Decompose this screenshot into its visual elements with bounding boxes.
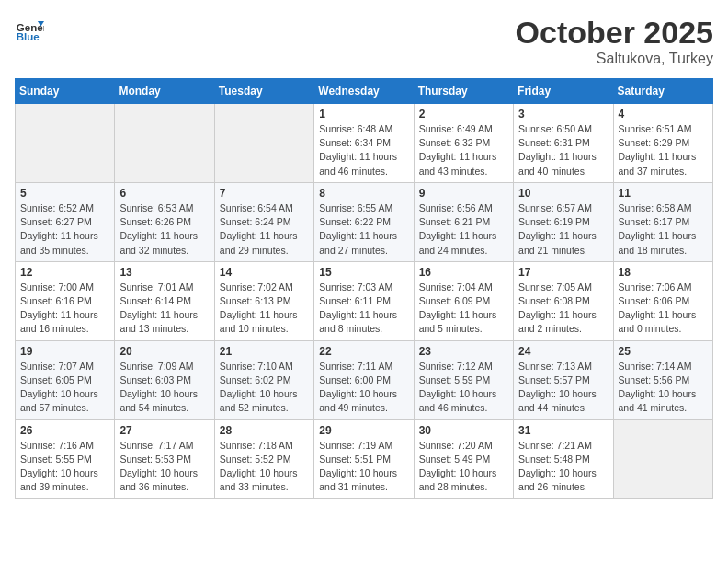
day-number: 25: [619, 345, 708, 358]
day-number: 20: [119, 345, 209, 358]
day-info: Sunrise: 7:17 AMSunset: 5:53 PMDaylight:…: [119, 439, 209, 495]
day-number: 5: [20, 187, 109, 200]
day-info: Sunrise: 6:49 AMSunset: 6:32 PMDaylight:…: [419, 122, 508, 178]
day-info: Sunrise: 7:12 AMSunset: 5:59 PMDaylight:…: [419, 360, 508, 416]
day-info: Sunrise: 7:03 AMSunset: 6:11 PMDaylight:…: [319, 281, 408, 337]
column-header-friday: Friday: [514, 79, 613, 104]
calendar-cell: 2Sunrise: 6:49 AMSunset: 6:32 PMDaylight…: [414, 104, 513, 183]
calendar-cell: 18Sunrise: 7:06 AMSunset: 6:06 PMDayligh…: [613, 261, 712, 340]
day-info: Sunrise: 7:14 AMSunset: 5:56 PMDaylight:…: [619, 360, 708, 416]
day-number: 9: [419, 187, 508, 200]
header-row: SundayMondayTuesdayWednesdayThursdayFrid…: [16, 79, 713, 104]
day-info: Sunrise: 7:07 AMSunset: 6:05 PMDaylight:…: [20, 360, 109, 416]
day-info: Sunrise: 7:13 AMSunset: 5:57 PMDaylight:…: [518, 360, 608, 416]
day-info: Sunrise: 6:50 AMSunset: 6:31 PMDaylight:…: [518, 122, 608, 178]
column-header-tuesday: Tuesday: [214, 79, 313, 104]
calendar-cell: [115, 104, 214, 183]
day-info: Sunrise: 7:05 AMSunset: 6:08 PMDaylight:…: [518, 281, 608, 337]
calendar-cell: [214, 104, 313, 183]
day-number: 13: [119, 266, 209, 279]
calendar-cell: 22Sunrise: 7:11 AMSunset: 6:00 PMDayligh…: [314, 340, 414, 419]
calendar-location: Saltukova, Turkey: [516, 51, 713, 67]
calendar-cell: 30Sunrise: 7:20 AMSunset: 5:49 PMDayligh…: [414, 419, 513, 499]
calendar-cell: 26Sunrise: 7:16 AMSunset: 5:55 PMDayligh…: [16, 419, 115, 499]
day-number: 11: [619, 187, 708, 200]
day-number: 27: [119, 424, 209, 437]
day-number: 19: [20, 345, 109, 358]
day-number: 26: [20, 424, 109, 437]
calendar-table: SundayMondayTuesdayWednesdayThursdayFrid…: [15, 78, 713, 499]
calendar-cell: 20Sunrise: 7:09 AMSunset: 6:03 PMDayligh…: [115, 340, 214, 419]
calendar-cell: [16, 104, 115, 183]
day-info: Sunrise: 7:11 AMSunset: 6:00 PMDaylight:…: [319, 360, 408, 416]
title-block: October 2025 Saltukova, Turkey: [516, 15, 713, 67]
day-number: 24: [518, 345, 608, 358]
day-info: Sunrise: 7:10 AMSunset: 6:02 PMDaylight:…: [220, 360, 309, 416]
day-info: Sunrise: 7:06 AMSunset: 6:06 PMDaylight:…: [619, 281, 708, 337]
day-number: 29: [319, 424, 408, 437]
calendar-cell: 28Sunrise: 7:18 AMSunset: 5:52 PMDayligh…: [214, 419, 313, 499]
day-number: 17: [518, 266, 608, 279]
calendar-cell: 25Sunrise: 7:14 AMSunset: 5:56 PMDayligh…: [613, 340, 712, 419]
calendar-cell: 19Sunrise: 7:07 AMSunset: 6:05 PMDayligh…: [16, 340, 115, 419]
column-header-saturday: Saturday: [613, 79, 712, 104]
calendar-cell: 21Sunrise: 7:10 AMSunset: 6:02 PMDayligh…: [214, 340, 313, 419]
calendar-cell: 31Sunrise: 7:21 AMSunset: 5:48 PMDayligh…: [514, 419, 613, 499]
calendar-cell: 6Sunrise: 6:53 AMSunset: 6:26 PMDaylight…: [115, 182, 214, 261]
page-header: General Blue October 2025 Saltukova, Tur…: [15, 15, 713, 67]
day-info: Sunrise: 6:48 AMSunset: 6:34 PMDaylight:…: [319, 122, 408, 178]
day-number: 16: [419, 266, 508, 279]
day-info: Sunrise: 7:09 AMSunset: 6:03 PMDaylight:…: [119, 360, 209, 416]
day-info: Sunrise: 6:54 AMSunset: 6:24 PMDaylight:…: [220, 201, 309, 258]
calendar-cell: 10Sunrise: 6:57 AMSunset: 6:19 PMDayligh…: [514, 182, 613, 261]
week-row-3: 12Sunrise: 7:00 AMSunset: 6:16 PMDayligh…: [16, 261, 713, 340]
day-info: Sunrise: 7:02 AMSunset: 6:13 PMDaylight:…: [220, 281, 309, 337]
logo-icon: General Blue: [15, 15, 44, 44]
day-info: Sunrise: 7:01 AMSunset: 6:14 PMDaylight:…: [119, 281, 209, 337]
day-info: Sunrise: 7:00 AMSunset: 6:16 PMDaylight:…: [20, 281, 109, 337]
day-info: Sunrise: 6:53 AMSunset: 6:26 PMDaylight:…: [119, 201, 209, 258]
day-number: 30: [419, 424, 508, 437]
day-info: Sunrise: 7:18 AMSunset: 5:52 PMDaylight:…: [220, 439, 309, 495]
calendar-cell: 3Sunrise: 6:50 AMSunset: 6:31 PMDaylight…: [514, 104, 613, 183]
day-number: 8: [319, 187, 408, 200]
day-info: Sunrise: 6:58 AMSunset: 6:17 PMDaylight:…: [619, 201, 708, 258]
day-info: Sunrise: 6:51 AMSunset: 6:29 PMDaylight:…: [619, 122, 708, 178]
column-header-sunday: Sunday: [16, 79, 115, 104]
column-header-wednesday: Wednesday: [314, 79, 414, 104]
column-header-monday: Monday: [115, 79, 214, 104]
day-info: Sunrise: 7:20 AMSunset: 5:49 PMDaylight:…: [419, 439, 508, 495]
day-number: 23: [419, 345, 508, 358]
day-number: 15: [319, 266, 408, 279]
day-number: 28: [220, 424, 309, 437]
logo: General Blue: [15, 15, 44, 44]
calendar-cell: 4Sunrise: 6:51 AMSunset: 6:29 PMDaylight…: [613, 104, 712, 183]
svg-text:Blue: Blue: [17, 31, 40, 42]
week-row-5: 26Sunrise: 7:16 AMSunset: 5:55 PMDayligh…: [16, 419, 713, 499]
calendar-cell: 14Sunrise: 7:02 AMSunset: 6:13 PMDayligh…: [214, 261, 313, 340]
day-number: 12: [20, 266, 109, 279]
week-row-2: 5Sunrise: 6:52 AMSunset: 6:27 PMDaylight…: [16, 182, 713, 261]
week-row-1: 1Sunrise: 6:48 AMSunset: 6:34 PMDaylight…: [16, 104, 713, 183]
calendar-cell: [613, 419, 712, 499]
day-number: 14: [220, 266, 309, 279]
day-info: Sunrise: 7:04 AMSunset: 6:09 PMDaylight:…: [419, 281, 508, 337]
calendar-cell: 17Sunrise: 7:05 AMSunset: 6:08 PMDayligh…: [514, 261, 613, 340]
calendar-cell: 13Sunrise: 7:01 AMSunset: 6:14 PMDayligh…: [115, 261, 214, 340]
day-number: 18: [619, 266, 708, 279]
day-info: Sunrise: 7:19 AMSunset: 5:51 PMDaylight:…: [319, 439, 408, 495]
calendar-cell: 23Sunrise: 7:12 AMSunset: 5:59 PMDayligh…: [414, 340, 513, 419]
day-number: 7: [220, 187, 309, 200]
day-info: Sunrise: 6:52 AMSunset: 6:27 PMDaylight:…: [20, 201, 109, 258]
day-number: 22: [319, 345, 408, 358]
day-number: 6: [119, 187, 209, 200]
day-number: 31: [518, 424, 608, 437]
day-number: 4: [619, 108, 708, 121]
calendar-cell: 11Sunrise: 6:58 AMSunset: 6:17 PMDayligh…: [613, 182, 712, 261]
calendar-cell: 8Sunrise: 6:55 AMSunset: 6:22 PMDaylight…: [314, 182, 414, 261]
calendar-cell: 16Sunrise: 7:04 AMSunset: 6:09 PMDayligh…: [414, 261, 513, 340]
calendar-cell: 1Sunrise: 6:48 AMSunset: 6:34 PMDaylight…: [314, 104, 414, 183]
day-number: 3: [518, 108, 608, 121]
calendar-title: October 2025: [516, 15, 713, 51]
calendar-cell: 5Sunrise: 6:52 AMSunset: 6:27 PMDaylight…: [16, 182, 115, 261]
